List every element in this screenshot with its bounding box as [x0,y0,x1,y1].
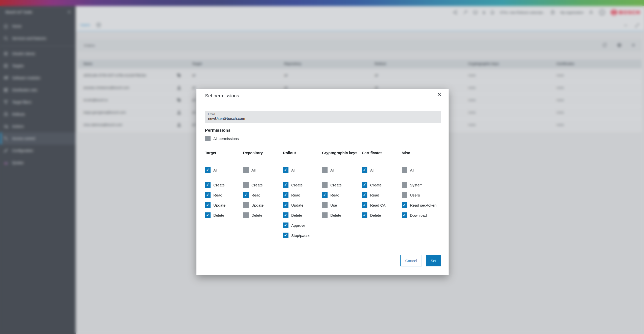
checkbox-box [322,182,328,188]
checkbox-box [205,167,211,173]
perm-checkbox[interactable]: Delete [283,212,302,218]
perm-checkbox[interactable]: Update [283,202,303,208]
perm-column-header: Misc [402,151,410,155]
perm-checkbox[interactable]: Read [283,192,300,198]
cancel-button[interactable]: Cancel [400,255,422,266]
perm-checkbox-all[interactable]: All [205,167,218,173]
perm-checkbox[interactable]: Download [402,212,427,218]
checkbox-label: All [410,168,414,172]
checkbox-label: Create [291,183,303,187]
screen: Bosch IoT Suite × Home Services and feat… [0,0,644,334]
email-field-label: Email [208,113,438,116]
checkbox-box [322,202,328,208]
perm-column-cryptographic-keys: Cryptographic keys All Create Read Use D… [322,149,362,243]
set-permissions-dialog: Set permissions × Email newUser@bosch.co… [196,89,449,275]
perm-checkbox[interactable]: System [402,182,423,188]
checkbox-label: Create [251,183,263,187]
perm-checkbox[interactable]: Delete [322,212,341,218]
checkbox-box [243,182,249,188]
checkbox-box [243,192,249,198]
checkbox-label: All [251,168,256,172]
checkbox-box [362,182,367,188]
perm-checkbox[interactable]: Read [205,192,222,198]
checkbox-label: Download [410,213,427,217]
all-permissions-checkbox[interactable]: All permissions [205,136,239,141]
perm-checkbox[interactable]: Create [362,182,382,188]
perm-checkbox[interactable]: Delete [205,212,224,218]
checkbox-box [283,192,288,198]
checkbox-label: Use [330,203,337,207]
checkbox-label: Delete [213,213,224,217]
perm-column-header: Target [205,151,216,155]
perm-column-repository: Repository All Create Read Update Delete [243,149,283,243]
dialog-title: Set permissions [205,93,239,99]
perm-checkbox[interactable]: Delete [362,212,381,218]
perm-checkbox[interactable]: Update [205,202,225,208]
checkbox-box [243,202,249,208]
set-button[interactable]: Set [426,255,441,266]
checkbox-box [283,202,288,208]
checkbox-label: Delete [370,213,381,217]
perm-checkbox-all[interactable]: All [362,167,374,173]
perm-column-header: Certificates [362,151,383,155]
checkbox-label: Users [410,193,420,197]
email-field[interactable]: Email newUser@bosch.com [205,111,441,123]
perm-checkbox[interactable]: Create [205,182,225,188]
perm-column-header: Cryptographic keys [322,151,357,155]
perm-checkbox[interactable]: Read CA [362,202,386,208]
close-icon[interactable]: × [435,90,443,98]
checkbox-label: Update [213,203,225,207]
perm-checkbox[interactable]: Read [243,192,260,198]
perm-checkbox[interactable]: Delete [243,212,262,218]
checkbox-label: All [330,168,335,172]
perm-checkbox[interactable]: Create [322,182,342,188]
checkbox-label: Read sec-token [410,203,436,207]
perm-column-header: Repository [243,151,263,155]
perm-checkbox[interactable]: Create [283,182,303,188]
email-field-value: newUser@bosch.com [208,116,438,121]
checkbox-box [283,182,288,188]
permissions-grid: Target All Create Read Update Delete Rep… [205,149,441,243]
checkbox-label: Read [213,193,222,197]
perm-checkbox-all[interactable]: All [243,167,256,173]
checkbox-box [243,167,249,173]
checkbox-box [283,233,288,238]
perm-checkbox[interactable]: Use [322,202,337,208]
perm-checkbox-all[interactable]: All [283,167,296,173]
perm-column-misc: Misc All System Users Read sec-token Dow… [402,149,442,243]
checkbox-box [402,212,407,218]
perm-column-certificates: Certificates All Create Read Read CA Del… [362,149,402,243]
perm-checkbox[interactable]: Stop/pause [283,233,310,238]
checkbox-box [205,202,211,208]
checkbox-box [402,167,407,173]
checkbox-box [283,212,288,218]
checkbox-label: Create [213,183,225,187]
perm-checkbox[interactable]: Read sec-token [402,202,436,208]
permissions-heading: Permissions [205,128,230,133]
checkbox-box [402,182,407,188]
perm-checkbox[interactable]: Approve [283,222,305,228]
dialog-title-divider [196,103,449,103]
checkbox-label: Read CA [370,203,386,207]
checkbox-label: All [213,168,218,172]
checkbox-label: Approve [291,223,305,228]
perm-checkbox[interactable]: Read [362,192,379,198]
checkbox-label: Stop/pause [291,233,310,238]
perm-checkbox[interactable]: Update [243,202,264,208]
perm-checkbox-all[interactable]: All [402,167,414,173]
checkbox-box [205,182,211,188]
perm-checkbox[interactable]: Users [402,192,420,198]
perm-checkbox[interactable]: Create [243,182,263,188]
checkbox-box [402,202,407,208]
perm-checkbox-all[interactable]: All [322,167,335,173]
checkbox-box [205,136,211,141]
checkbox-label: Read [291,193,300,197]
checkbox-box [205,192,211,198]
perm-column-header: Rollout [283,151,296,155]
checkbox-label: System [410,183,423,187]
checkbox-box [283,222,288,228]
checkbox-label: Read [251,193,260,197]
checkbox-box [362,212,367,218]
perm-checkbox[interactable]: Read [322,192,339,198]
checkbox-box [322,167,328,173]
